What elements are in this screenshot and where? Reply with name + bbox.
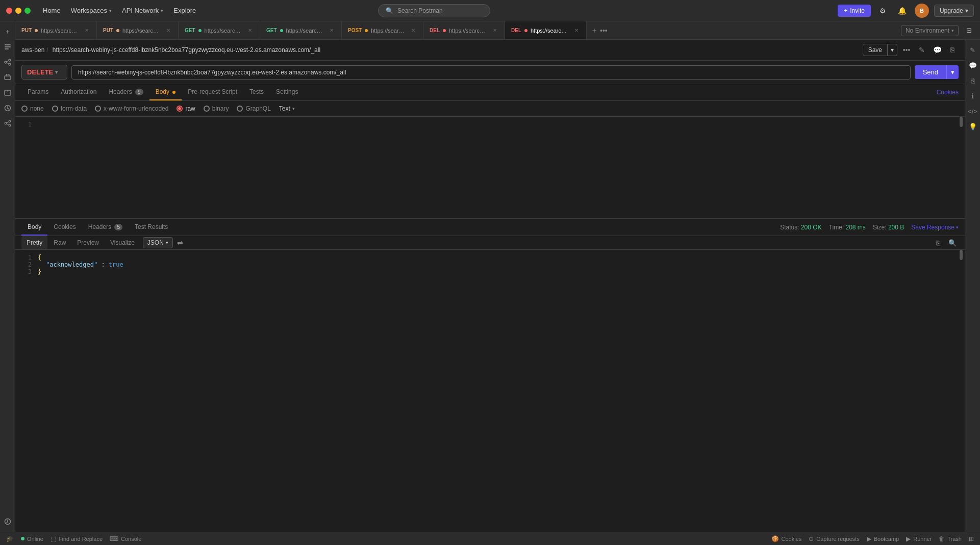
tab-method-1: PUT [103,28,113,33]
tab-close-2[interactable]: ✕ [246,27,254,34]
status-item-cookies[interactable]: 🍪 Cookies [771,535,802,542]
radio-none[interactable]: none [21,105,44,112]
tab-3[interactable]: GET https://search-webiny- ✕ [260,21,342,39]
grid-view-icon[interactable]: ⊞ [962,23,976,38]
tab-close-6[interactable]: ✕ [573,27,580,34]
search-response-icon[interactable]: 🔍 [946,237,959,249]
tab-close-5[interactable]: ✕ [491,27,498,34]
sidebar-item-collections[interactable] [2,41,14,53]
url-input[interactable] [71,65,911,80]
status-item-trash[interactable]: 🗑 Trash [939,535,962,542]
view-tab-pretty[interactable]: Pretty [21,236,47,249]
save-button[interactable]: Save ▾ [863,44,897,56]
format-select[interactable]: JSON ▾ [143,237,173,248]
tab-body[interactable]: Body [149,84,182,100]
right-copy-icon[interactable]: ⎘ [967,74,979,87]
breadcrumb-workspace[interactable]: aws-ben [21,46,44,54]
tab-6[interactable]: DEL https://search-webiny- ✕ [505,21,587,39]
radio-urlencoded[interactable]: x-www-form-urlencoded [95,105,168,112]
view-tab-raw[interactable]: Raw [48,236,71,249]
api-network-nav[interactable]: API Network▾ [118,5,167,16]
tab-params[interactable]: Params [21,84,55,100]
res-tab-body[interactable]: Body [21,219,47,236]
tab-authorization[interactable]: Authorization [55,84,103,100]
add-tab-icon[interactable]: ＋ [591,26,598,35]
tab-5[interactable]: DEL https://search-webiny- ✕ [423,21,505,39]
sidebar-item-share[interactable] [2,117,14,129]
res-tab-test-results[interactable]: Test Results [129,219,174,236]
maximize-button[interactable] [24,8,31,14]
status-item-online[interactable]: Online [21,536,43,542]
tab-tests[interactable]: Tests [243,84,270,100]
upgrade-button[interactable]: Upgrade ▾ [934,5,974,17]
avatar[interactable]: B [915,4,929,18]
tab-close-1[interactable]: ✕ [165,27,172,34]
status-item-bootcamp[interactable]: 🎓 [6,535,14,542]
copy-response-icon[interactable]: ⎘ [932,237,944,249]
text-format-select[interactable]: Text ▾ [279,105,295,112]
sidebar-item-environments[interactable] [2,71,14,84]
save-response-button[interactable]: Save Response ▾ [911,224,959,231]
more-tabs-icon[interactable]: ••• [600,27,608,35]
send-button[interactable]: Send ▾ [915,65,959,79]
sidebar-item-new[interactable]: ＋ [2,25,14,38]
tab-1[interactable]: PUT https://search-webiny- ✕ [97,21,179,39]
view-tab-visualize[interactable]: Visualize [105,236,140,249]
settings-icon[interactable]: ⚙ [876,4,890,18]
home-nav[interactable]: Home [39,5,65,16]
request-url-display[interactable]: https://search-webiny-js-cceffd8-lbznk5n… [53,46,859,54]
tab-0[interactable]: PUT https://search-webiny- ✕ [15,21,97,39]
sidebar-item-monitors[interactable] [2,102,14,114]
right-code-icon[interactable]: </> [967,105,979,117]
method-select[interactable]: DELETE ▾ [21,65,67,80]
editor-scrollbar[interactable] [960,117,963,218]
tab-settings[interactable]: Settings [270,84,304,100]
save-chevron-icon[interactable]: ▾ [887,44,897,56]
minimize-button[interactable] [15,8,21,14]
workspaces-nav[interactable]: Workspaces▾ [67,5,116,16]
explore-nav[interactable]: Explore [169,5,200,16]
radio-form-data[interactable]: form-data [52,105,87,112]
radio-raw[interactable]: raw [177,105,195,112]
tab-headers[interactable]: Headers 9 [103,84,149,100]
sidebar-item-apis[interactable] [2,56,14,68]
invite-button[interactable]: + Invite [838,5,871,17]
tab-4[interactable]: POST https://search-webiny- ✕ [342,21,423,39]
right-info-icon[interactable]: ℹ [967,90,979,102]
search-bar[interactable]: 🔍 Search Postman [378,4,490,17]
status-item-runner[interactable]: ▶ Runner [906,535,932,542]
tab-close-3[interactable]: ✕ [328,27,335,34]
right-comment-icon[interactable]: 💬 [967,59,979,71]
code-editor[interactable]: 1 [15,117,965,219]
more-options-icon[interactable]: ••• [900,44,913,56]
comment-icon[interactable]: 💬 [931,44,943,56]
res-tab-headers[interactable]: Headers 5 [82,219,129,236]
res-tab-cookies[interactable]: Cookies [47,219,82,236]
view-tab-preview[interactable]: Preview [72,236,104,249]
radio-graphql[interactable]: GraphQL [237,105,270,112]
notifications-icon[interactable]: 🔔 [895,4,910,18]
tab-close-0[interactable]: ✕ [83,27,90,34]
status-item-bootcamp-bar[interactable]: ▶ Bootcamp [867,535,899,542]
radio-binary[interactable]: binary [204,105,229,112]
status-item-capture[interactable]: ⊙ Capture requests [809,535,859,542]
sidebar-item-mock-servers[interactable] [2,87,14,99]
status-item-console[interactable]: ⌨ Console [110,535,141,542]
sidebar-item-history[interactable] [2,515,14,528]
res-value: true [109,261,123,268]
status-item-grid[interactable]: ⊞ [969,535,974,542]
status-item-find-replace[interactable]: ⬚ Find and Replace [51,535,103,542]
tab-2[interactable]: GET https://search-webiny- ✕ [179,21,260,39]
right-bulb-icon[interactable]: 💡 [967,120,979,133]
send-chevron-icon[interactable]: ▾ [946,65,959,79]
copy-icon[interactable]: ⎘ [946,44,959,56]
tab-pre-request[interactable]: Pre-request Script [182,84,243,100]
tab-close-4[interactable]: ✕ [410,27,417,34]
right-edit-icon[interactable]: ✎ [967,44,979,56]
edit-icon[interactable]: ✎ [916,44,928,56]
cookies-link[interactable]: Cookies [937,85,959,100]
close-button[interactable] [6,8,12,14]
wrap-icon[interactable]: ⇌ [174,237,186,249]
response-scrollbar[interactable] [960,250,963,532]
environment-selector[interactable]: No Environment ▾ [901,25,959,36]
